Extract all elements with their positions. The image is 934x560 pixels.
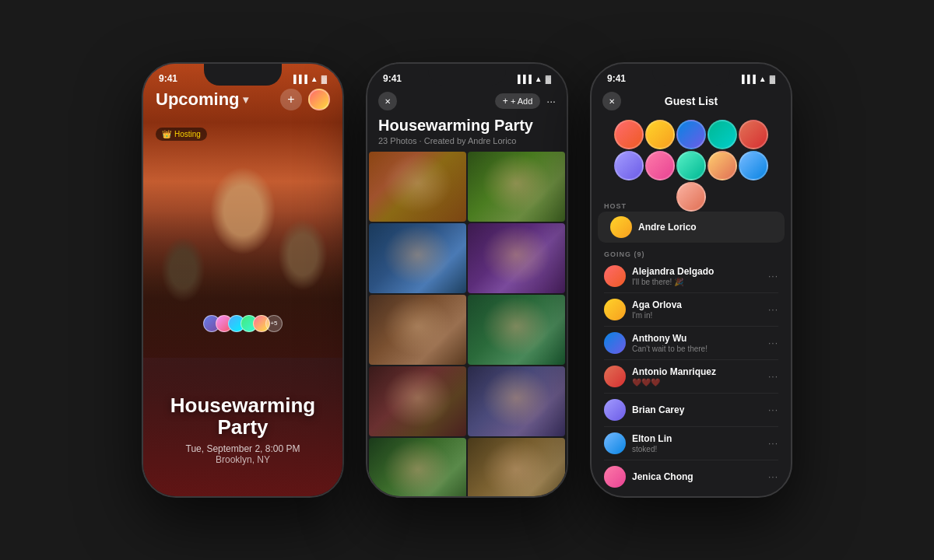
grid-photo[interactable] bbox=[468, 223, 565, 293]
ph2-event-title: Housewarming Party bbox=[378, 117, 556, 135]
status-icons-1: ▐▐▐ ▲ ▓ bbox=[291, 75, 327, 83]
status-icons-3: ▐▐▐ ▲ ▓ bbox=[739, 75, 775, 83]
guest-more-icon[interactable]: ··· bbox=[768, 271, 778, 282]
guest-status: stoked! bbox=[632, 445, 768, 453]
cluster-avatar bbox=[676, 120, 706, 149]
crown-icon: 👑 bbox=[162, 130, 171, 138]
guest-status: ❤️❤️❤️ bbox=[632, 378, 768, 387]
phones-container: 9:41 ▐▐▐ ▲ ▓ Upcoming ▾ + bbox=[142, 62, 792, 498]
grid-photo[interactable] bbox=[468, 295, 565, 365]
event-date: Tue, September 2, 8:00 PM bbox=[156, 443, 330, 454]
event-title: Housewarming Party bbox=[156, 394, 330, 439]
wifi-icon: ▲ bbox=[759, 75, 767, 83]
wifi-icon: ▲ bbox=[311, 75, 318, 83]
guest-list-item[interactable]: Anthony Wu Can't wait to be there! ··· bbox=[592, 327, 791, 359]
guest-more-icon[interactable]: ··· bbox=[768, 304, 778, 315]
more-options-button[interactable]: ··· bbox=[546, 95, 556, 107]
avatar[interactable] bbox=[308, 89, 330, 110]
host-avatar bbox=[610, 216, 632, 238]
close-button[interactable]: ✕ bbox=[378, 92, 397, 110]
close-button[interactable]: ✕ bbox=[602, 92, 621, 110]
guest-info: Elton Lin stoked! bbox=[632, 433, 768, 453]
upcoming-title[interactable]: Upcoming ▾ bbox=[156, 89, 248, 110]
cluster-avatar bbox=[739, 151, 768, 180]
attendee-count: +5 bbox=[265, 315, 283, 332]
guest-name: Antonio Manriquez bbox=[632, 366, 768, 377]
plus-icon: + bbox=[503, 96, 508, 107]
guest-more-icon[interactable]: ··· bbox=[768, 438, 778, 449]
battery-icon: ▓ bbox=[546, 75, 551, 83]
guest-list-item[interactable]: Alejandra Delgado I'll be there! 🎉 ··· bbox=[592, 260, 791, 292]
cluster-avatar bbox=[676, 182, 706, 212]
guest-name: Aga Orlova bbox=[632, 299, 768, 310]
guest-avatar bbox=[604, 299, 626, 320]
guest-info: Aga Orlova I'm in! bbox=[632, 299, 768, 320]
add-button[interactable]: + bbox=[280, 89, 302, 110]
grid-photo[interactable] bbox=[369, 295, 466, 365]
guest-avatar bbox=[604, 366, 626, 387]
grid-photo[interactable] bbox=[369, 366, 466, 436]
guest-name: Anthony Wu bbox=[632, 333, 768, 344]
phone-2: 9:41 ▐▐▐ ▲ ▓ ✕ + + Add ··· bbox=[366, 62, 568, 498]
grid-photo[interactable] bbox=[369, 223, 466, 293]
host-name: Andre Lorico bbox=[638, 222, 772, 233]
guest-more-icon[interactable]: ··· bbox=[768, 338, 778, 348]
cluster-avatar bbox=[614, 151, 644, 180]
guest-info: Brian Carey bbox=[632, 404, 768, 416]
add-photos-button[interactable]: + + Add bbox=[495, 93, 540, 109]
guest-list-item[interactable]: Brian Carey ··· bbox=[592, 394, 791, 426]
guest-avatar bbox=[604, 265, 626, 287]
grid-photo[interactable] bbox=[468, 366, 565, 436]
guest-list-item[interactable]: Elton Lin stoked! ··· bbox=[592, 427, 791, 460]
status-time-2: 9:41 bbox=[383, 73, 402, 84]
guest-name: Elton Lin bbox=[632, 433, 768, 444]
phone-1: 9:41 ▐▐▐ ▲ ▓ Upcoming ▾ + bbox=[142, 62, 344, 498]
battery-icon: ▓ bbox=[321, 75, 327, 83]
guest-info: Alejandra Delgado I'll be there! 🎉 bbox=[632, 266, 768, 286]
signal-icon: ▐▐▐ bbox=[515, 75, 532, 83]
host-list-item[interactable]: Andre Lorico bbox=[598, 212, 785, 243]
ph2-subtitle: 23 Photos · Created by Andre Lorico bbox=[378, 136, 556, 145]
guest-avatar bbox=[604, 332, 626, 354]
guest-avatar bbox=[604, 432, 626, 454]
grid-photo[interactable] bbox=[369, 438, 466, 496]
status-time-3: 9:41 bbox=[607, 73, 626, 84]
cluster-avatar bbox=[645, 120, 675, 149]
guest-list-title: Guest List bbox=[665, 95, 718, 107]
guest-list-item[interactable]: Jenica Chong ··· bbox=[592, 460, 791, 493]
status-time-1: 9:41 bbox=[159, 73, 177, 84]
guest-more-icon[interactable]: ··· bbox=[768, 404, 778, 415]
attendee-avatars: +5 bbox=[203, 315, 283, 332]
phone2-title-section: Housewarming Party 23 Photos · Created b… bbox=[367, 114, 567, 152]
guest-list-item[interactable]: Aga Orlova I'm in! ··· bbox=[592, 293, 791, 326]
cluster-avatar bbox=[708, 120, 737, 149]
guest-info: Jenica Chong bbox=[632, 471, 768, 483]
grid-photo[interactable] bbox=[468, 152, 565, 222]
cluster-avatar bbox=[708, 151, 737, 180]
guest-info: Anthony Wu Can't wait to be there! bbox=[632, 333, 768, 353]
guest-avatar bbox=[604, 466, 626, 488]
close-icon: ✕ bbox=[609, 97, 615, 106]
phone3-header: ✕ Guest List bbox=[592, 87, 791, 114]
hosting-badge: 👑 Hosting bbox=[156, 128, 207, 141]
cluster-avatar bbox=[739, 120, 768, 149]
grid-photo[interactable] bbox=[369, 152, 466, 222]
status-bar-1: 9:41 ▐▐▐ ▲ ▓ bbox=[143, 64, 342, 87]
phone2-header: ✕ + + Add ··· bbox=[367, 87, 567, 114]
host-info: Andre Lorico bbox=[638, 222, 772, 233]
grid-photo[interactable] bbox=[468, 438, 565, 496]
status-bar-3: 9:41 ▐▐▐ ▲ ▓ bbox=[592, 64, 791, 87]
guest-name: Jenica Chong bbox=[632, 471, 768, 482]
guest-more-icon[interactable]: ··· bbox=[768, 471, 778, 482]
guest-info: Antonio Manriquez ❤️❤️❤️ bbox=[632, 366, 768, 387]
phone-3: 9:41 ▐▐▐ ▲ ▓ ✕ Guest List bbox=[590, 62, 792, 498]
guest-avatars-cluster bbox=[592, 114, 791, 199]
ph2-actions: + + Add ··· bbox=[495, 93, 556, 109]
guest-status: I'll be there! 🎉 bbox=[632, 278, 768, 286]
cluster-avatar bbox=[614, 120, 644, 149]
chevron-icon: ▾ bbox=[243, 93, 248, 106]
battery-icon: ▓ bbox=[770, 75, 775, 83]
cluster-avatar bbox=[676, 151, 706, 180]
guest-more-icon[interactable]: ··· bbox=[768, 371, 778, 382]
guest-list-item[interactable]: Antonio Manriquez ❤️❤️❤️ ··· bbox=[592, 360, 791, 393]
